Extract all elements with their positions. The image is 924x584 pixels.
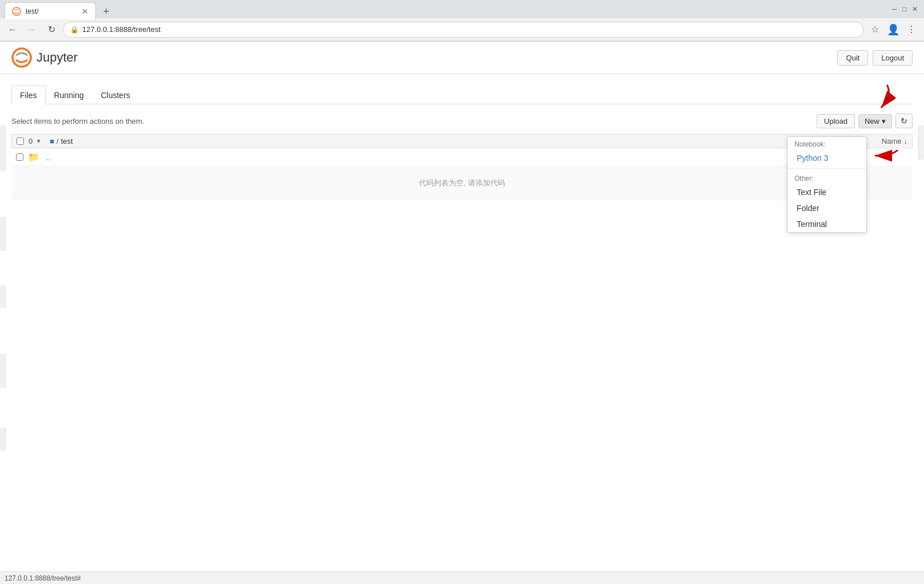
table-row: 📁 .. — [11, 148, 913, 167]
file-name-link[interactable]: .. — [46, 153, 51, 162]
select-all — [17, 137, 24, 145]
reload-button[interactable]: ↻ — [43, 22, 59, 38]
text-file-label: Text File — [797, 188, 826, 197]
new-button-label: New — [865, 117, 879, 125]
folder-icon: 📁 — [28, 152, 39, 163]
page-body: Jupyter Quit Logout Files Running Cluste… — [0, 42, 924, 532]
close-button[interactable]: ✕ — [910, 5, 919, 14]
tab-files[interactable]: Files — [11, 86, 46, 104]
tab-close-icon[interactable]: ✕ — [82, 7, 88, 16]
lock-icon: 🔒 — [70, 26, 79, 34]
new-dropdown-menu: Notebook: Python 3 Other: Text File — [787, 136, 867, 233]
nav-actions: ☆ 👤 ⋮ — [867, 22, 919, 38]
jupyter-logo-icon — [11, 47, 32, 68]
tab-title: test/ — [26, 7, 77, 15]
empty-message: 代码列表为空, 请添加代码 — [419, 179, 505, 187]
col-name-label: Name — [882, 137, 902, 145]
profile-button[interactable]: 👤 — [885, 22, 901, 38]
breadcrumb: ■ / test — [50, 137, 72, 145]
terminal-option[interactable]: Terminal — [788, 216, 866, 232]
folder-label: Folder — [797, 204, 820, 213]
other-section-label: Other: — [788, 171, 866, 184]
minimize-button[interactable]: ─ — [890, 5, 899, 14]
empty-state: 代码列表为空, 请添加代码 — [11, 167, 913, 200]
python3-option[interactable]: Python 3 — [788, 150, 866, 166]
bookmark-button[interactable]: ☆ — [867, 22, 883, 38]
browser-chrome: test/ ✕ + ─ □ ✕ ← → ↻ 🔒 127.0.0.1:8888/t… — [0, 0, 924, 42]
sidebar-left-hint-4 — [0, 354, 6, 388]
nav-bar: ← → ↻ 🔒 127.0.0.1:8888/tree/test ☆ 👤 ⋮ — [0, 18, 924, 41]
col-name-header[interactable]: Name ↓ — [882, 137, 907, 145]
back-button[interactable]: ← — [5, 22, 21, 38]
breadcrumb-home-icon[interactable]: ■ — [50, 137, 54, 145]
sidebar-left-hint-2 — [0, 217, 6, 251]
dropdown-divider — [788, 168, 866, 169]
address-bar[interactable]: 🔒 127.0.0.1:8888/tree/test — [63, 22, 864, 38]
tab-bar: test/ ✕ + — [5, 0, 890, 19]
jupyter-logo: Jupyter — [11, 47, 78, 68]
new-button[interactable]: New ▾ — [858, 114, 892, 128]
toolbar-right: Upload New ▾ ↻ — [817, 113, 913, 128]
tab-running[interactable]: Running — [46, 86, 92, 104]
window-controls: ─ □ ✕ — [890, 5, 919, 14]
row-checkbox[interactable] — [16, 153, 23, 161]
file-count: 0 — [29, 137, 33, 145]
terminal-label: Terminal — [797, 220, 827, 229]
tab-clusters[interactable]: Clusters — [92, 86, 139, 104]
breadcrumb-current: test — [61, 137, 73, 145]
title-bar: test/ ✕ + ─ □ ✕ — [0, 0, 924, 18]
refresh-button[interactable]: ↻ — [895, 113, 913, 128]
breadcrumb-sep: / — [57, 137, 59, 145]
col-sort-icon: ↓ — [904, 137, 908, 145]
logout-button[interactable]: Logout — [873, 50, 913, 66]
folder-option[interactable]: Folder — [788, 200, 866, 216]
jupyter-favicon-icon — [12, 7, 21, 16]
dropdown-arrow-icon: ▾ — [882, 117, 886, 125]
new-tab-button[interactable]: + — [98, 3, 114, 19]
select-all-checkbox[interactable] — [17, 137, 24, 145]
sidebar-left-hint — [0, 125, 6, 171]
upload-button[interactable]: Upload — [817, 114, 855, 128]
svg-point-0 — [13, 7, 21, 15]
file-count-dropdown[interactable]: ▾ — [37, 137, 41, 145]
jupyter-tabs: Files Running Clusters — [11, 86, 913, 104]
menu-button[interactable]: ⋮ — [903, 22, 919, 38]
jupyter-title: Jupyter — [37, 50, 78, 65]
svg-point-1 — [13, 48, 31, 67]
notebook-section-label: Notebook: — [788, 137, 866, 150]
jupyter-main: Files Running Clusters Select items to p… — [0, 74, 924, 212]
browser-tab[interactable]: test/ ✕ — [5, 2, 96, 19]
forward-button[interactable]: → — [24, 22, 40, 38]
url-text: 127.0.0.1:8888/tree/test — [82, 25, 160, 34]
python3-label: Python 3 — [797, 153, 828, 163]
file-list-header: 0 ▾ ■ / test Name ↓ — [11, 134, 913, 148]
jupyter-toolbar: Select items to perform actions on them.… — [11, 113, 913, 128]
file-list: 📁 .. — [11, 148, 913, 167]
sidebar-left-hint-5 — [0, 428, 6, 451]
quit-button[interactable]: Quit — [837, 50, 868, 66]
sidebar-left-hint-3 — [0, 285, 6, 308]
sidebar-right-hint — [918, 125, 924, 160]
text-file-option[interactable]: Text File — [788, 184, 866, 200]
jupyter-header: Jupyter Quit Logout — [0, 42, 924, 74]
toolbar-instruction: Select items to perform actions on them. — [11, 117, 144, 125]
header-actions: Quit Logout — [837, 50, 913, 66]
maximize-button[interactable]: □ — [900, 5, 909, 14]
